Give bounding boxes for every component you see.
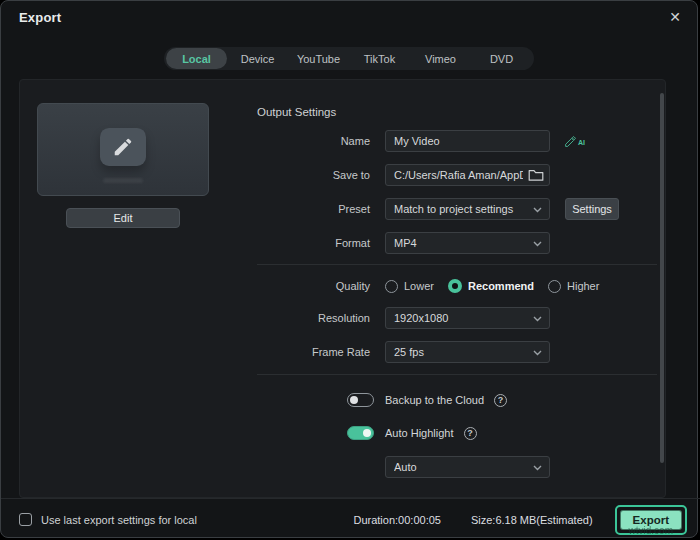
export-settings-panel: Edit Output Settings Name My Video AI Sa… <box>19 79 666 498</box>
help-icon[interactable]: ? <box>494 394 507 407</box>
use-last-settings-label: Use last export settings for local <box>41 514 197 526</box>
close-icon[interactable]: ✕ <box>669 8 681 26</box>
tab-dvd[interactable]: DVD <box>471 48 532 69</box>
size-text: Size:6.18 MB(Estimated) <box>471 514 593 526</box>
auto-highlight-toggle[interactable] <box>347 426 374 440</box>
resolution-value: 1920x1080 <box>394 312 541 324</box>
duration-text: Duration:00:00:05 <box>353 514 440 526</box>
output-settings-title: Output Settings <box>257 106 336 118</box>
settings-button[interactable]: Settings <box>565 198 619 220</box>
tab-youtube[interactable]: YouTube <box>288 48 349 69</box>
format-value: MP4 <box>394 237 541 249</box>
name-label: Name <box>20 135 370 147</box>
ai-badge: AI <box>578 139 585 146</box>
format-select[interactable]: MP4 <box>385 232 550 254</box>
quality-label: Quality <box>20 280 370 292</box>
resolution-label: Resolution <box>20 312 370 324</box>
chevron-down-icon <box>533 465 542 471</box>
export-button[interactable]: Export <box>620 510 682 530</box>
use-last-settings-checkbox[interactable] <box>19 513 32 526</box>
quality-option-higher[interactable]: Higher <box>548 280 599 293</box>
radio-unselected-icon <box>385 280 398 293</box>
preset-select[interactable]: Match to project settings <box>385 198 550 220</box>
toggle-knob <box>350 396 358 404</box>
tab-tiktok[interactable]: TikTok <box>349 48 410 69</box>
quality-option-recommend[interactable]: Recommend <box>448 279 534 293</box>
format-label: Format <box>20 237 370 249</box>
frame-rate-label: Frame Rate <box>20 346 370 358</box>
section-divider <box>257 264 657 265</box>
vertical-scrollbar[interactable] <box>660 93 664 463</box>
ai-rename-icon[interactable]: AI <box>564 135 585 148</box>
auto-highlight-mode-value: Auto <box>394 461 541 473</box>
section-divider <box>257 374 657 375</box>
tab-device[interactable]: Device <box>227 48 288 69</box>
backup-cloud-toggle[interactable] <box>347 393 374 407</box>
save-to-label: Save to <box>20 169 370 181</box>
quality-option-lower[interactable]: Lower <box>385 280 434 293</box>
save-to-input[interactable]: C:/Users/Rafia Aman/AppData <box>385 164 550 186</box>
preset-value: Match to project settings <box>394 203 541 215</box>
help-icon[interactable]: ? <box>464 427 477 440</box>
chevron-down-icon <box>533 207 542 213</box>
backup-cloud-label: Backup to the Cloud <box>385 394 484 406</box>
chevron-down-icon <box>533 316 542 322</box>
quality-radio-group: Lower Recommend Higher <box>385 279 599 293</box>
frame-rate-value: 25 fps <box>394 346 541 358</box>
export-button-highlight: Export wtvid.com <box>615 505 687 535</box>
toggle-knob <box>363 429 371 437</box>
name-input[interactable]: My Video <box>385 130 550 152</box>
tab-local[interactable]: Local <box>166 48 227 69</box>
dialog-title: Export <box>19 10 61 25</box>
name-value: My Video <box>394 135 541 147</box>
save-to-value: C:/Users/Rafia Aman/AppData <box>394 169 523 181</box>
export-target-tabs: Local Device YouTube TikTok Vimeo DVD <box>164 47 534 70</box>
frame-rate-select[interactable]: 25 fps <box>385 341 550 363</box>
footer-bar: Use last export settings for local Durat… <box>1 498 700 540</box>
radio-selected-icon <box>448 279 462 293</box>
auto-highlight-label: Auto Highlight <box>385 427 454 439</box>
export-dialog: Export ✕ Local Device YouTube TikTok Vim… <box>0 0 698 538</box>
folder-browse-icon[interactable] <box>528 168 544 182</box>
auto-highlight-mode-select[interactable]: Auto <box>385 456 550 478</box>
preset-label: Preset <box>20 203 370 215</box>
chevron-down-icon <box>533 350 542 356</box>
radio-unselected-icon <box>548 280 561 293</box>
tab-vimeo[interactable]: Vimeo <box>410 48 471 69</box>
chevron-down-icon <box>533 241 542 247</box>
resolution-select[interactable]: 1920x1080 <box>385 307 550 329</box>
